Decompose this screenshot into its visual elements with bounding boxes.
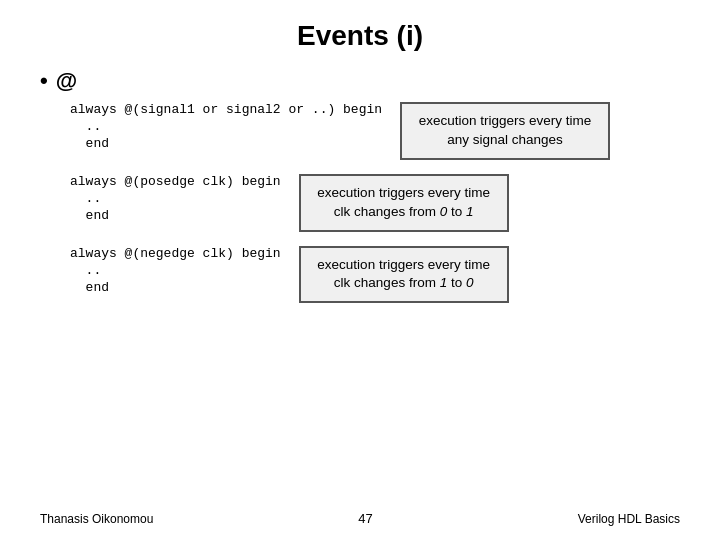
annotation-text-3: execution triggers every time clk change… <box>313 256 495 294</box>
event-block-3: always @(negedge clk) begin .. end execu… <box>70 246 680 304</box>
footer-center: 47 <box>358 511 372 526</box>
at-symbol: @ <box>56 68 77 94</box>
footer: Thanasis Oikonomou 47 Verilog HDL Basics <box>40 511 680 526</box>
code-line-1-1: always @(signal1 or signal2 or ..) begin <box>70 102 382 117</box>
annotation-text-2: execution triggers every time clk change… <box>313 184 495 222</box>
slide: Events (i) • @ always @(signal1 or signa… <box>0 0 720 540</box>
code-line-1-2: .. <box>70 119 382 134</box>
code-line-2-1: always @(posedge clk) begin <box>70 174 281 189</box>
bullet-symbol: • <box>40 68 48 94</box>
bullet-section: • @ <box>40 68 680 94</box>
code-block-2: always @(posedge clk) begin .. end <box>70 174 281 225</box>
code-line-2-3: end <box>70 208 281 223</box>
code-block-3: always @(negedge clk) begin .. end <box>70 246 281 297</box>
code-line-1-3: end <box>70 136 382 151</box>
code-line-3-1: always @(negedge clk) begin <box>70 246 281 261</box>
annotation-box-2: execution triggers every time clk change… <box>299 174 509 232</box>
footer-right: Verilog HDL Basics <box>578 512 680 526</box>
slide-title: Events (i) <box>40 20 680 52</box>
code-line-3-2: .. <box>70 263 281 278</box>
event-block-1: always @(signal1 or signal2 or ..) begin… <box>70 102 680 160</box>
annotation-box-3: execution triggers every time clk change… <box>299 246 509 304</box>
footer-left: Thanasis Oikonomou <box>40 512 153 526</box>
content-area: always @(signal1 or signal2 or ..) begin… <box>70 102 680 303</box>
annotation-text-1: execution triggers every time any signal… <box>414 112 596 150</box>
event-block-2: always @(posedge clk) begin .. end execu… <box>70 174 680 232</box>
code-line-2-2: .. <box>70 191 281 206</box>
annotation-box-1: execution triggers every time any signal… <box>400 102 610 160</box>
code-line-3-3: end <box>70 280 281 295</box>
code-block-1: always @(signal1 or signal2 or ..) begin… <box>70 102 382 153</box>
